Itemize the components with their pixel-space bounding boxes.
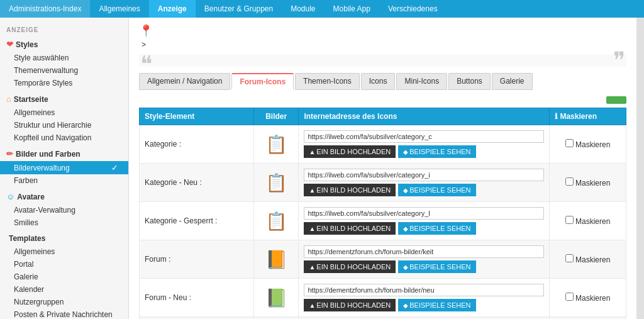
table-row: Kategorie :📋▲EIN BILD HOCHLADEN◆BEISPIEL… <box>140 125 626 164</box>
top-nav-item-verschiedenes[interactable]: Verschiedenes <box>379 0 447 18</box>
sidebar-link-farben[interactable]: Farben <box>0 174 128 187</box>
breadcrumb: > <box>139 40 626 49</box>
upload-button[interactable]: ▲EIN BILD HOCHLADEN <box>304 145 396 158</box>
maskieren-label: Maskieren <box>574 294 611 303</box>
top-nav-item-anzeige[interactable]: Anzeige <box>149 0 196 18</box>
table-body: Kategorie :📋▲EIN BILD HOCHLADEN◆BEISPIEL… <box>140 125 626 320</box>
sidebar-section-startseite: ⌂Startseite <box>0 89 128 106</box>
sidebar-link-galerie[interactable]: Galerie <box>0 271 128 283</box>
sidebar-link-struktur-und-hierarchie[interactable]: Struktur und Hierarchie <box>0 119 128 132</box>
url-input[interactable] <box>304 245 544 258</box>
button-row: ▲EIN BILD HOCHLADEN◆BEISPIELE SEHEN <box>304 299 544 311</box>
sidebar-icon: ☺ <box>6 192 14 201</box>
maskieren-cell: Maskieren <box>550 240 626 279</box>
sidebar-link-allgemeines[interactable]: Allgemeines <box>0 245 128 258</box>
url-cell: ▲EIN BILD HOCHLADEN◆BEISPIELE SEHEN <box>299 317 550 320</box>
upload-button[interactable]: ▲EIN BILD HOCHLADEN <box>304 299 396 311</box>
table-row: Forum :📙▲EIN BILD HOCHLADEN◆BEISPIELE SE… <box>140 240 626 279</box>
image-cell: 📋 <box>253 202 298 240</box>
icon-image: 📙 <box>265 250 287 269</box>
maskieren-label: Maskieren <box>574 179 611 187</box>
sidebar-link-kopfteil-und-navigation[interactable]: Kopfteil und Navigation <box>0 132 128 144</box>
examples-button[interactable]: ◆BEISPIELE SEHEN <box>398 299 475 311</box>
url-input[interactable] <box>304 207 544 220</box>
sidebar-link-allgemeines[interactable]: Allgemeines <box>0 106 128 119</box>
maskieren-cell: Maskieren <box>550 164 626 202</box>
sidebar-link-kalender[interactable]: Kalender <box>0 283 128 296</box>
tab-forum-icons[interactable]: Forum-Icons <box>231 73 294 90</box>
sidebar-link-themenverwaltung[interactable]: Themenverwaltung <box>0 64 128 77</box>
examples-button[interactable]: ◆BEISPIELE SEHEN <box>398 184 475 196</box>
url-input[interactable] <box>304 284 544 296</box>
image-cell: 📋 <box>253 125 298 164</box>
image-cell: 📙 <box>253 240 298 279</box>
url-input[interactable] <box>304 169 544 181</box>
sidebar-icon: ✏ <box>6 149 13 159</box>
breadcrumb-separator: > <box>142 40 146 49</box>
maskieren-checkbox[interactable] <box>565 139 574 147</box>
page-title-area: 📍 <box>139 24 626 38</box>
icon-image: 📗 <box>265 288 287 308</box>
upload-button[interactable]: ▲EIN BILD HOCHLADEN <box>304 260 396 273</box>
table-row: Kategorie - Neu :📋▲EIN BILD HOCHLADEN◆BE… <box>140 164 626 202</box>
top-nav-item-administrations-index[interactable]: Administrations-Index <box>0 0 90 18</box>
location-icon: 📍 <box>139 24 153 38</box>
sidebar-section-anzeige: ANZEIGE <box>0 21 128 35</box>
url-input[interactable] <box>304 130 544 143</box>
image-cell: 📗 <box>253 279 298 317</box>
tab-galerie[interactable]: Galerie <box>492 73 533 90</box>
upload-button[interactable]: ▲EIN BILD HOCHLADEN <box>304 184 396 196</box>
tab-icons[interactable]: Icons <box>361 73 396 90</box>
examples-button[interactable]: ◆BEISPIELE SEHEN <box>398 260 475 273</box>
maskieren-checkbox[interactable] <box>565 293 574 301</box>
sidebar-link-posten---private-nachrichten[interactable]: Posten & Private Nachrichten <box>0 308 128 319</box>
sidebar-link-smilies[interactable]: Smilies <box>0 216 128 229</box>
main-content: 📍 > Allgemein / NavigationForum-IconsThe… <box>129 18 636 319</box>
top-nav-item-benutzer---gruppen[interactable]: Benutzer & Gruppen <box>196 0 282 18</box>
url-cell: ▲EIN BILD HOCHLADEN◆BEISPIELE SEHEN <box>299 240 550 279</box>
top-nav-item-allgemeines[interactable]: Allgemeines <box>90 0 148 18</box>
sidebar-link-style-ausw-hlen[interactable]: Style auswählen <box>0 52 128 64</box>
maskieren-checkbox[interactable] <box>565 254 574 262</box>
top-nav-item-mobile-app[interactable]: Mobile App <box>325 0 379 18</box>
scrollbar[interactable] <box>636 18 644 319</box>
top-nav-item-module[interactable]: Module <box>282 0 324 18</box>
sidebar-section-styles: ❤Styles <box>0 35 128 52</box>
absenden-row <box>139 96 626 104</box>
upload-button[interactable]: ▲EIN BILD HOCHLADEN <box>304 222 396 235</box>
sidebar-link-nutzergruppen[interactable]: Nutzergruppen <box>0 296 128 308</box>
sidebar-link-avatar-verwaltung[interactable]: Avatar-Verwaltung <box>0 204 128 216</box>
maskieren-cell: Maskieren <box>550 125 626 164</box>
element-cell: Kategorie - Gesperrt : <box>140 202 254 240</box>
icon-image: 📋 <box>265 211 287 231</box>
tab-themen-icons[interactable]: Themen-Icons <box>295 73 360 90</box>
maskieren-checkbox[interactable] <box>565 177 574 186</box>
sidebar-link-tempor-re-styles[interactable]: Temporäre Styles <box>0 77 128 89</box>
sidebar-section-label: Styles <box>16 40 38 49</box>
table-row: Forum - Gesperrt :📕▲EIN BILD HOCHLADEN◆B… <box>140 317 626 320</box>
maskieren-checkbox[interactable] <box>565 216 574 224</box>
tab-allgemein---navigation[interactable]: Allgemein / Navigation <box>139 73 230 90</box>
button-row: ▲EIN BILD HOCHLADEN◆BEISPIELE SEHEN <box>304 145 544 158</box>
table-header-0: Style-Element <box>140 108 254 125</box>
sidebar-link-portal[interactable]: Portal <box>0 258 128 271</box>
element-cell: Kategorie - Neu : <box>140 164 254 202</box>
sidebar-section-label: Templates <box>9 234 45 243</box>
examples-button[interactable]: ◆BEISPIELE SEHEN <box>398 222 475 235</box>
url-cell: ▲EIN BILD HOCHLADEN◆BEISPIELE SEHEN <box>299 125 550 164</box>
maskieren-cell: Maskieren <box>550 202 626 240</box>
absenden-button[interactable] <box>606 96 626 104</box>
maskieren-cell: Maskieren <box>550 317 626 320</box>
sidebar-link-bilderverwaltung[interactable]: Bilderverwaltung <box>0 161 128 174</box>
sidebar-section-label: Avatare <box>17 193 45 201</box>
sidebar-section-templates: Templates <box>0 229 128 245</box>
sidebar-section-label: Bilder und Farben <box>16 150 80 159</box>
top-navigation: Administrations-IndexAllgemeinesAnzeigeB… <box>0 0 644 18</box>
maskieren-label: Maskieren <box>574 255 611 264</box>
examples-button[interactable]: ◆BEISPIELE SEHEN <box>398 145 475 158</box>
tab-mini-icons[interactable]: Mini-Icons <box>396 73 447 90</box>
table-header: Style-ElementBilderInternetadresse des I… <box>140 108 626 125</box>
tab-buttons[interactable]: Buttons <box>448 73 491 90</box>
table-row: Kategorie - Gesperrt :📋▲EIN BILD HOCHLAD… <box>140 202 626 240</box>
button-row: ▲EIN BILD HOCHLADEN◆BEISPIELE SEHEN <box>304 260 544 273</box>
